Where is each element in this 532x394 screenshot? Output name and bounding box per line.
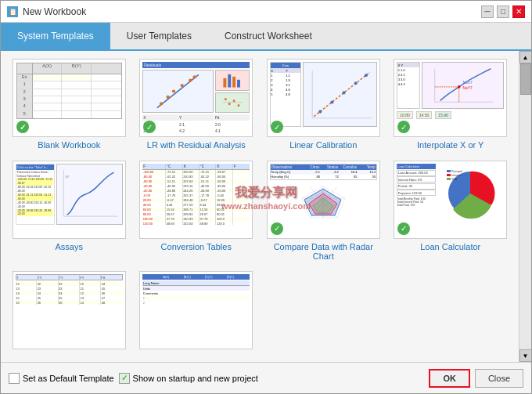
svg-point-6	[193, 75, 196, 78]
scroll-track	[519, 63, 531, 349]
template-thumb-row3-1[interactable]: T TY YY FY FS 12 22 32 10	[13, 271, 126, 349]
template-row3-1[interactable]: T TY YY FY FS 12 22 32 10	[9, 271, 130, 354]
svg-text:LF: LF	[65, 175, 69, 179]
minimize-button[interactable]: ─	[481, 5, 494, 18]
template-row3-2[interactable]: A(X) B(Y) C(Y) D(Y) Long Name	[136, 271, 257, 354]
tab-user-templates[interactable]: User Templates	[110, 23, 208, 49]
set-default-label: Set as Default Template	[23, 374, 114, 383]
template-lr[interactable]: Residuals	[136, 59, 257, 154]
template-label-assays: Assays	[52, 242, 86, 251]
template-thumb-row3-2[interactable]: A(X) B(Y) C(Y) D(Y) Long Name	[139, 271, 253, 349]
template-thumb-radar[interactable]: Observations Cirrus Stratus Cumulus Temp…	[267, 161, 380, 239]
footer-left: Set as Default Template ✓ Show on startu…	[9, 373, 416, 384]
ok-button[interactable]: OK	[429, 369, 470, 388]
svg-rect-10	[237, 80, 240, 88]
template-interp[interactable]: X Y 1 1.0 2 2.1 3 3.0 4 4.2	[390, 59, 512, 154]
svg-point-4	[181, 84, 184, 87]
svg-point-2	[167, 96, 170, 99]
template-label-lr: LR with Residual Analysis	[144, 140, 249, 150]
template-label-linear: Linear Calibration	[286, 140, 360, 150]
maximize-button[interactable]: □	[497, 5, 509, 18]
svg-line-0	[157, 74, 199, 107]
svg-point-3	[172, 89, 175, 92]
title-bar-left: 📋 New Workbook	[7, 6, 86, 17]
svg-text:NaY7: NaY7	[463, 86, 473, 90]
template-label-interp: Interpolate X or Y	[414, 140, 487, 150]
svg-point-22	[354, 81, 357, 85]
template-linear[interactable]: Data X Y 11.1 21.9 33.1 44.0 54.8	[263, 59, 384, 154]
svg-point-1	[160, 102, 163, 105]
template-label-blank: Blank Workbook	[34, 140, 103, 150]
content-area: A(X) B(Y) Ex 1 2	[1, 51, 531, 362]
title-bar: 📋 New Workbook ─ □ ✕	[1, 1, 531, 23]
template-thumb-conversion[interactable]: F °C K °C K F -100.00 -73.15	[139, 161, 253, 239]
close-button[interactable]: Close	[475, 369, 523, 388]
svg-text:Interest: Interest	[451, 174, 461, 177]
scroll-down-arrow[interactable]: ▼	[519, 349, 532, 362]
scrollbar[interactable]: ▲ ▼	[519, 51, 531, 362]
svg-point-23	[365, 74, 368, 77]
svg-point-15	[237, 104, 239, 107]
scroll-up-arrow[interactable]: ▲	[519, 51, 532, 63]
svg-point-20	[330, 100, 333, 103]
template-thumb-lr[interactable]: Residuals	[139, 59, 253, 137]
set-default-checkbox[interactable]	[9, 373, 20, 384]
window-title: New Workbook	[23, 6, 86, 17]
green-icon-linear: ✓	[271, 121, 283, 133]
show-startup-label: Show on startup and new project	[133, 374, 258, 383]
template-thumb-blank[interactable]: A(X) B(Y) Ex 1 2	[13, 59, 126, 137]
show-startup-container[interactable]: ✓ Show on startup and new project	[119, 373, 258, 384]
svg-rect-49	[447, 178, 451, 180]
svg-point-21	[342, 91, 345, 94]
template-thumb-interp[interactable]: X Y 1 1.0 2 2.1 3 3.0 4 4.2	[394, 59, 507, 137]
svg-point-14	[233, 99, 235, 102]
svg-point-13	[228, 103, 231, 105]
footer-right: OK Close	[429, 369, 523, 388]
close-window-button[interactable]: ✕	[512, 5, 525, 18]
check-icon-blank: ✓	[16, 121, 29, 133]
template-thumb-assays[interactable]: Click on the "Tabs" b... Fahrenheit Cels…	[13, 161, 126, 239]
svg-point-28	[458, 85, 461, 89]
window-icon: 📋	[7, 6, 18, 17]
template-loan[interactable]: Loan Calculator Loan Amount: 200.00 Inte…	[390, 161, 512, 266]
svg-text:NaX7: NaX7	[463, 81, 473, 85]
templates-grid: A(X) B(Y) Ex 1 2	[1, 51, 519, 362]
template-radar[interactable]: Observations Cirrus Stratus Cumulus Temp…	[263, 161, 384, 266]
template-label-conversion: Conversion Tables	[158, 242, 235, 251]
template-thumb-loan[interactable]: Loan Calculator Loan Amount: 200.00 Inte…	[394, 161, 507, 239]
title-controls: ─ □ ✕	[481, 5, 525, 18]
svg-rect-7	[223, 78, 226, 88]
svg-line-18	[314, 72, 370, 117]
svg-rect-8	[228, 74, 231, 88]
template-label-loan: Loan Calculator	[417, 242, 483, 251]
svg-rect-47	[447, 174, 451, 176]
green-icon-loan: ✓	[397, 222, 410, 235]
green-icon-radar: ✓	[271, 222, 283, 235]
template-conversion[interactable]: F °C K °C K F -100.00 -73.15	[136, 161, 257, 266]
tab-construct-worksheet[interactable]: Construct Worksheet	[208, 23, 329, 49]
template-blank[interactable]: A(X) B(Y) Ex 1 2	[9, 59, 130, 154]
template-assays[interactable]: Click on the "Tabs" b... Fahrenheit Cels…	[9, 161, 130, 266]
scroll-thumb[interactable]	[520, 63, 531, 95]
svg-point-19	[318, 110, 322, 114]
svg-rect-9	[232, 77, 235, 88]
svg-point-12	[225, 98, 227, 100]
svg-point-5	[189, 79, 192, 82]
template-thumb-linear[interactable]: Data X Y 11.1 21.9 33.1 44.0 54.8	[267, 59, 380, 137]
green-icon-interp: ✓	[397, 121, 410, 133]
template-label-radar: Compare Data with Radar Chart	[263, 242, 384, 261]
svg-rect-45	[447, 170, 451, 172]
footer-bar: Set as Default Template ✓ Show on startu…	[1, 362, 531, 393]
tabs-bar: System Templates User Templates Construc…	[1, 23, 531, 51]
set-default-container[interactable]: Set as Default Template	[9, 373, 114, 384]
show-startup-checkbox[interactable]: ✓	[119, 373, 130, 384]
tab-system-templates[interactable]: System Templates	[1, 23, 110, 49]
svg-text:Principal: Principal	[451, 170, 462, 173]
main-window: 📋 New Workbook ─ □ ✕ System Templates Us…	[0, 0, 532, 394]
svg-text:Total: Total	[451, 178, 458, 181]
